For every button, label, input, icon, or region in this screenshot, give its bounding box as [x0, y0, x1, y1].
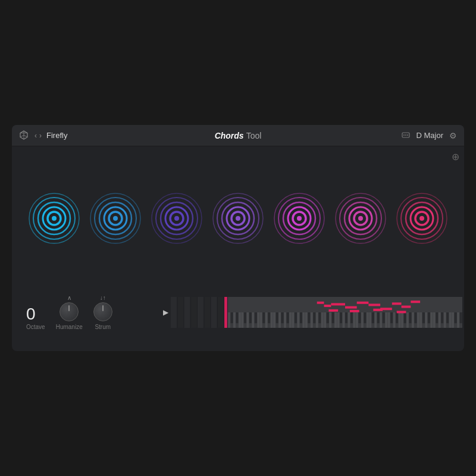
preset-name[interactable]: Firefly — [46, 131, 67, 140]
plugin-window: ‹ › Firefly Chords Tool D Major ⚙ — [12, 125, 464, 351]
header-center: Chords Tool — [215, 131, 262, 140]
header-left: ‹ › Firefly — [19, 130, 215, 141]
svg-point-45 — [419, 216, 424, 221]
app-title-tool: Tool — [246, 131, 262, 140]
chord-7[interactable] — [395, 192, 449, 245]
octave-value: 0 — [26, 306, 36, 322]
humanize-knob[interactable] — [60, 302, 79, 321]
roll-container[interactable] — [171, 297, 462, 328]
svg-point-27 — [236, 216, 240, 221]
chord-6[interactable] — [334, 192, 387, 245]
position-icon[interactable]: ⊕ — [452, 151, 459, 162]
chord-2[interactable] — [89, 192, 142, 245]
settings-icon[interactable]: ⚙ — [449, 131, 457, 140]
svg-point-1 — [403, 134, 405, 136]
strum-label: Strum — [95, 324, 111, 330]
header-bar: ‹ › Firefly Chords Tool D Major ⚙ — [12, 125, 464, 146]
svg-point-21 — [174, 216, 179, 221]
chord-4[interactable] — [211, 192, 265, 245]
strum-section: ↓↑ Strum — [93, 295, 112, 330]
header-right: D Major ⚙ — [261, 131, 457, 140]
svg-point-33 — [297, 216, 302, 221]
app-title-chords: Chords — [215, 131, 244, 140]
svg-point-3 — [407, 134, 408, 136]
nav-forward[interactable]: › — [39, 131, 42, 140]
nav-arrows: ‹ › — [35, 131, 42, 140]
humanize-label: Humanize — [56, 324, 83, 330]
strum-knob[interactable] — [93, 302, 112, 321]
chord-1[interactable] — [27, 192, 81, 245]
humanize-arrows: ∧ — [67, 295, 71, 301]
svg-point-15 — [113, 216, 118, 221]
controls-left: 0 Octave ∧ Humanize ↓↑ Strum — [26, 295, 163, 330]
bottom-area: 0 Octave ∧ Humanize ↓↑ Strum ▶ — [21, 288, 455, 342]
piano-roll-area: ▶ — [163, 295, 462, 330]
humanize-section: ∧ Humanize — [56, 295, 83, 330]
strum-arrows: ↓↑ — [100, 295, 106, 301]
svg-point-39 — [358, 216, 363, 221]
chord-5[interactable] — [273, 192, 326, 245]
main-area: ⊕ — [12, 146, 464, 351]
svg-point-9 — [52, 216, 57, 221]
nav-back[interactable]: ‹ — [35, 131, 37, 140]
midi-icon — [402, 131, 410, 140]
octave-label: Octave — [26, 324, 45, 330]
key-display[interactable]: D Major — [416, 131, 443, 140]
piano-roll-canvas — [171, 297, 462, 328]
playhead-button[interactable]: ▶ — [163, 308, 168, 317]
chords-row — [21, 156, 455, 281]
cube-icon — [19, 130, 30, 141]
octave-section: 0 Octave — [26, 306, 45, 330]
svg-point-2 — [405, 134, 406, 136]
chord-3[interactable] — [150, 192, 203, 245]
